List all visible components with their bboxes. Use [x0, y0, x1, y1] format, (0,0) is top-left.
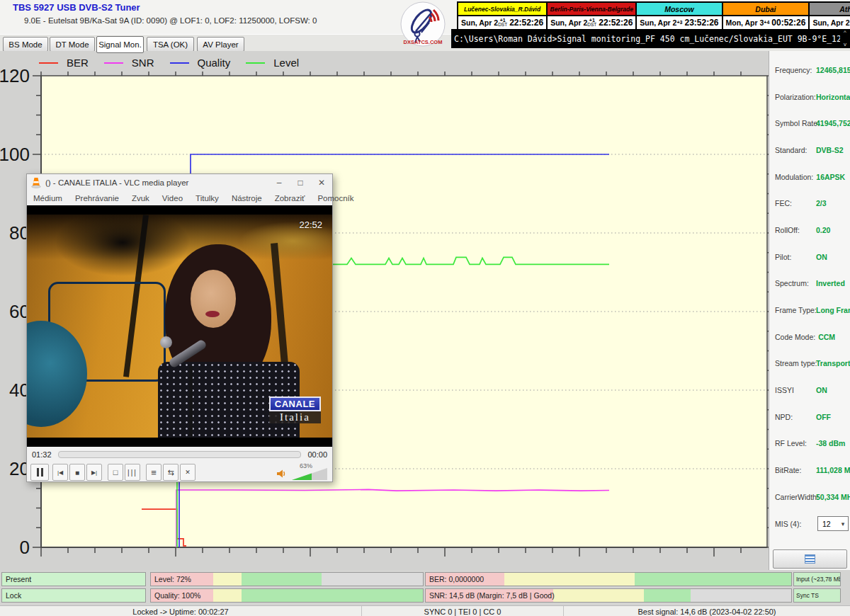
tab-tsa-ok-[interactable]: TSA (OK)	[147, 37, 194, 52]
sync-status: SYNC 0 | TEI 0 | CC 0	[361, 606, 563, 616]
dxsatcs-logo: DXSATCS.COM	[400, 1, 446, 47]
clock-date: Sun, Apr 2	[640, 18, 676, 27]
meter-row-1: Present Level: 72% BER: 0,0000000 Input …	[0, 572, 850, 586]
console-scrollbar[interactable]: ^ v	[840, 29, 850, 48]
clock-utc-offset: +1DST	[587, 18, 596, 28]
svg-text:0: 0	[20, 537, 30, 558]
vlc-menu-2[interactable]: Zvuk	[125, 194, 156, 203]
clock-city-label: Lučenec-Slovakia_R.Dávid	[458, 3, 546, 16]
clock-city-label: Athens	[810, 3, 850, 16]
tab-signal-mon-[interactable]: Signal Mon.	[96, 36, 144, 53]
fullscreen-icon: □	[113, 468, 118, 477]
vlc-menu-1[interactable]: Prehrávanie	[69, 194, 125, 203]
fullscreen-button[interactable]: □	[108, 464, 123, 481]
tab-dt-mode[interactable]: DT Mode	[50, 37, 95, 52]
vlc-window[interactable]: () - CANALE ITALIA - VLC media player – …	[26, 173, 333, 482]
app-title: TBS 5927 USB DVB-S2 Tuner	[13, 2, 140, 13]
clock-city-label: Moscow	[637, 3, 721, 16]
present-indicator: Present	[1, 572, 146, 586]
stop-button[interactable]: ■	[69, 464, 85, 481]
clock-date: Sun, Apr 2	[550, 18, 587, 27]
param-value: DVB-S2	[816, 146, 844, 154]
volume-fill	[292, 468, 312, 480]
input-label: Input (~23,78 Mbps)	[796, 573, 841, 586]
clock-1: Berlin-Paris-Vienna-BelgradeSun, Apr 2+1…	[548, 3, 635, 30]
param-label: Symbol Rate:	[775, 119, 813, 127]
param-row: CarrierWidth:50,334 MHz	[769, 484, 850, 511]
vlc-titlebar[interactable]: () - CANALE ITALIA - VLC media player – …	[27, 174, 332, 191]
vlc-menu-4[interactable]: Titulky	[189, 194, 225, 203]
param-value: ON	[816, 386, 827, 394]
minimize-button[interactable]: –	[268, 174, 290, 191]
quality-label: Quality: 100%	[154, 589, 200, 602]
scroll-down-icon[interactable]: v	[844, 42, 846, 47]
random-button[interactable]: ✕	[180, 464, 196, 481]
param-label: Modulation:	[775, 173, 813, 181]
next-button[interactable]: ▶|	[86, 464, 102, 481]
vlc-menu-5[interactable]: Nástroje	[225, 194, 268, 203]
seek-slider[interactable]	[58, 451, 302, 458]
ber-label: BER: 0,0000000	[429, 573, 484, 586]
playlist-button[interactable]: ≡	[146, 464, 162, 481]
uptime-status: Locked -> Uptime: 00:02:27	[0, 606, 361, 616]
clock-time: 22:52:26	[599, 18, 633, 28]
param-value: 0.20	[816, 226, 830, 234]
close-button[interactable]: ✕	[311, 174, 332, 191]
clock-4: AthensSun, Apr 2+323:52:26	[810, 3, 850, 30]
stop-icon: ■	[75, 469, 79, 477]
microphone-head	[160, 336, 172, 348]
param-label: Standard:	[775, 146, 813, 154]
sync-ts-label: Sync TS	[796, 589, 819, 602]
param-label: Frequency:	[775, 66, 813, 74]
param-label: Frame Type:	[775, 306, 813, 314]
sidebar-list-button[interactable]	[773, 549, 847, 569]
quality-meter: Quality: 100%	[150, 588, 424, 603]
legend-item-level: Level	[246, 57, 299, 69]
previous-button[interactable]: |◀	[52, 464, 68, 481]
lock-indicator: Lock	[1, 588, 146, 603]
pause-button[interactable]	[30, 464, 49, 481]
loop-button[interactable]: ⇆	[163, 464, 178, 481]
playlist-icon: ≡	[151, 467, 157, 478]
ber-line-swatch	[39, 62, 58, 64]
param-row: Frequency:12465,815 MHz	[769, 57, 850, 84]
volume-slider[interactable]	[292, 468, 327, 480]
param-label: Spectrum:	[775, 279, 813, 287]
param-label: RF Level:	[775, 439, 813, 447]
param-row: NPD:OFF	[769, 404, 850, 430]
volume-percent-label: 63%	[300, 462, 312, 469]
clock-date: Mon, Apr 3	[726, 18, 764, 27]
clock-city-label: Berlin-Paris-Vienna-Belgrade	[548, 3, 635, 16]
tab-av-player[interactable]: AV Player	[197, 37, 244, 52]
microphone-stand	[189, 366, 193, 438]
vlc-seek-row: 01:32 00:00	[27, 447, 332, 462]
tab-bs-mode[interactable]: BS Mode	[3, 37, 48, 52]
vlc-menu-6[interactable]: Zobraziť	[268, 194, 312, 203]
vlc-menu-7[interactable]: Pomocník	[311, 194, 360, 203]
param-row: BitRate:111,028 Mbit/s	[769, 457, 850, 484]
snr-label: SNR: 14,5 dB (Margin: 7,5 dB | Good)	[429, 589, 555, 602]
mis-dropdown[interactable]: 12 ▾	[817, 516, 849, 531]
vlc-video-area[interactable]: 22:52 CANALE Italia	[27, 205, 332, 447]
param-value: OFF	[816, 413, 831, 421]
maximize-button[interactable]: □	[290, 174, 311, 191]
vlc-menu-0[interactable]: Médium	[27, 194, 69, 203]
param-value: 16APSK	[816, 173, 845, 181]
param-row: ISSYION	[769, 377, 850, 404]
app-window: TBS 5927 USB DVB-S2 Tuner 9.0E - Eutelsa…	[0, 0, 850, 616]
ber-meter: BER: 0,0000000	[425, 572, 792, 586]
canale-italia-logo: CANALE Italia	[269, 397, 321, 423]
console-bar[interactable]: C:\Users\Roman Dávid>Signal monitoring_P…	[451, 29, 850, 48]
legend-item-ber: BER	[39, 57, 89, 69]
speaker-icon[interactable]	[276, 468, 288, 479]
param-label: BitRate:	[775, 466, 813, 474]
extended-settings-button[interactable]: |||	[125, 464, 140, 481]
scroll-up-icon[interactable]: ^	[844, 30, 846, 35]
vlc-window-title: () - CANALE ITALIA - VLC media player	[45, 178, 268, 187]
param-value: Inverted	[816, 279, 845, 287]
letterbox-bottom	[27, 438, 332, 447]
vlc-menu-3[interactable]: Video	[156, 194, 189, 203]
vlc-cone-icon	[31, 177, 41, 188]
signal-parameters-panel: Frequency:12465,815 MHzPolarization:Hori…	[769, 51, 850, 570]
clock-utc-offset: +3	[676, 20, 682, 25]
